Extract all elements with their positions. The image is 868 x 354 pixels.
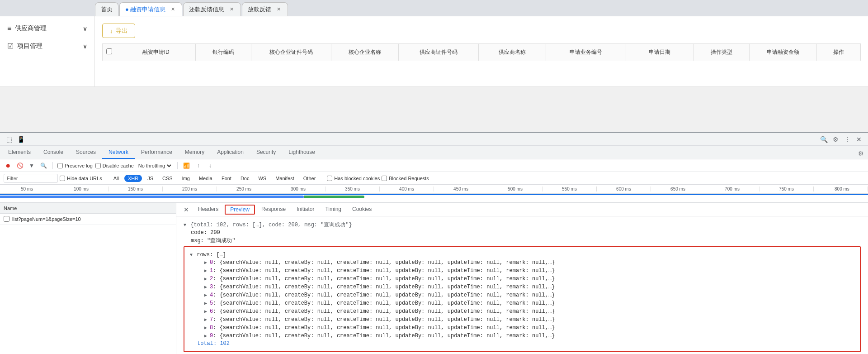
preserve-log-label[interactable]: Preserve log — [57, 163, 93, 168]
export-button[interactable]: ↓ 导出 — [102, 24, 135, 38]
filter-input[interactable] — [4, 174, 58, 183]
tl-400ms: 400 ms — [380, 187, 434, 191]
detail-tab-timing[interactable]: Timing — [320, 203, 347, 216]
detail-tab-initiator[interactable]: Initiator — [291, 203, 320, 216]
tab-payment[interactable]: 放款反馈 ✕ — [242, 2, 288, 16]
detail-close-btn[interactable]: ✕ — [180, 204, 193, 215]
devtools-tab-performance[interactable]: Performance — [135, 146, 179, 159]
json-item-5[interactable]: ▶ 5: {searchValue: null, createBy: null,… — [197, 300, 854, 307]
network-settings-icon[interactable]: ⚙ — [855, 148, 866, 159]
filter-font[interactable]: Font — [218, 175, 235, 182]
filter-manifest[interactable]: Manifest — [272, 175, 298, 182]
devtools-tab-security[interactable]: Security — [250, 146, 282, 159]
json-item-2[interactable]: ▶ 2: {searchValue: null, createBy: null,… — [197, 275, 854, 282]
toolbar-divider2 — [177, 162, 178, 169]
tab-financing-close[interactable]: ✕ — [169, 6, 176, 13]
tab-home[interactable]: 首页 — [95, 2, 118, 16]
col-op-type: 操作类型 — [693, 44, 749, 61]
detail-tab-response[interactable]: Response — [256, 203, 291, 216]
download-icon[interactable]: ↓ — [206, 161, 215, 170]
filter-xhr[interactable]: XHR — [124, 175, 142, 182]
devtools-settings-right: 🔍 ⚙ ⋮ ✕ — [818, 134, 864, 145]
requests-col-name: Name — [4, 206, 172, 211]
col-id: 融资申请ID — [116, 44, 196, 61]
devtools-settings-icon[interactable]: ⚙ — [830, 134, 841, 145]
json-item-1[interactable]: ▶ 1: {searchValue: null, createBy: null,… — [197, 267, 854, 274]
request-item[interactable]: list?pageNum=1&pageSize=10 — [0, 214, 176, 225]
json-preview: ▼ {total: 102, rows: […], code: 200, msg… — [176, 216, 868, 354]
col-action: 操作 — [817, 44, 860, 61]
sidebar-item-supplier[interactable]: ≡ 供应商管理 ∨ — [0, 20, 94, 37]
search-button[interactable]: 🔍 — [39, 161, 48, 170]
json-rows-header[interactable]: ▼ rows: […] — [190, 252, 854, 258]
upload-icon[interactable]: ↑ — [194, 161, 203, 170]
json-code-row[interactable]: code: 200 — [191, 230, 861, 236]
filter-ws[interactable]: WS — [255, 175, 270, 182]
filter-img[interactable]: Img — [178, 175, 193, 182]
filter-css[interactable]: CSS — [159, 175, 176, 182]
filter-all[interactable]: All — [110, 175, 123, 182]
timeline-blue-line — [0, 194, 868, 195]
detail-tab-headers[interactable]: Headers — [193, 203, 224, 216]
sidebar-supplier-icon: ≡ — [7, 24, 11, 33]
json-root-row[interactable]: ▼ {total: 102, rows: […], code: 200, msg… — [184, 221, 861, 229]
filter-icon[interactable]: ▼ — [27, 161, 36, 170]
request-checkbox[interactable] — [4, 216, 9, 222]
json-item-0[interactable]: ▶ 0: {searchValue: null, createBy: null,… — [197, 259, 854, 266]
blocked-cookies-checkbox[interactable] — [327, 176, 332, 181]
filter-doc[interactable]: Doc — [237, 175, 253, 182]
throttling-select[interactable]: No throttling — [137, 163, 173, 169]
devtools-tab-lighthouse[interactable]: Lighthouse — [282, 146, 321, 159]
devtools-tab-application[interactable]: Application — [211, 146, 250, 159]
blocked-cookies-label[interactable]: Has blocked cookies — [327, 176, 380, 181]
filter-other[interactable]: Other — [300, 175, 320, 182]
devtools-tab-elements[interactable]: Elements — [2, 146, 37, 159]
sidebar-item-project[interactable]: ☑ 项目管理 ∨ — [0, 37, 94, 55]
tab-payment-close[interactable]: ✕ — [275, 6, 282, 13]
blocked-requests-checkbox[interactable] — [382, 176, 387, 181]
detail-tab-cookies[interactable]: Cookies — [347, 203, 377, 216]
col-amount: 申请融资金额 — [750, 44, 817, 61]
hide-data-urls-checkbox[interactable] — [60, 176, 65, 181]
detail-tab-preview[interactable]: Preview — [225, 205, 255, 215]
json-rows-text: rows: […] — [197, 252, 226, 258]
filter-divider — [106, 175, 106, 182]
json-item-9[interactable]: ▶ 9: {searchValue: null, createBy: null,… — [197, 332, 854, 340]
devtools-mobile-icon[interactable]: 📱 — [15, 134, 26, 145]
tab-repayment-close[interactable]: ✕ — [228, 6, 235, 13]
record-button[interactable]: ⏺ — [4, 161, 13, 170]
table-select-all[interactable] — [106, 48, 112, 54]
json-item-3[interactable]: ▶ 3: {searchValue: null, createBy: null,… — [197, 283, 854, 291]
filter-media[interactable]: Media — [195, 175, 216, 182]
clear-button[interactable]: 🚫 — [15, 161, 24, 170]
devtools-tab-sources[interactable]: Sources — [70, 146, 102, 159]
devtools-panel: ⬚ 📱 🔍 ⚙ ⋮ ✕ Elements Console Sources Net… — [0, 132, 868, 354]
preserve-log-checkbox[interactable] — [57, 163, 63, 168]
tab-financing[interactable]: ● 融资申请信息 ✕ — [119, 2, 182, 16]
export-icon: ↓ — [110, 28, 113, 34]
devtools-close-icon[interactable]: ✕ — [854, 134, 864, 145]
timeline-progress-blue — [0, 196, 304, 198]
devtools-tab-network[interactable]: Network — [102, 146, 135, 159]
devtools-tab-console[interactable]: Console — [37, 146, 70, 159]
filter-js[interactable]: JS — [144, 175, 157, 182]
json-item-8[interactable]: ▶ 8: {searchValue: null, createBy: null,… — [197, 324, 854, 331]
hide-data-urls-label[interactable]: Hide data URLs — [60, 176, 102, 181]
filter-bar: Hide data URLs All XHR JS CSS Img Media … — [0, 172, 868, 185]
tab-repayment[interactable]: 还款反馈信息 ✕ — [183, 2, 241, 16]
devtools-inspect-icon[interactable]: ⬚ — [4, 134, 14, 145]
disable-cache-checkbox[interactable] — [95, 163, 101, 168]
json-item-7[interactable]: ▶ 7: {searchValue: null, createBy: null,… — [197, 316, 854, 323]
detail-panel: ✕ Headers Preview Response Initiator Tim… — [176, 203, 868, 354]
tl-350ms: 350 ms — [326, 187, 380, 191]
json-item-4[interactable]: ▶ 4: {searchValue: null, createBy: null,… — [197, 292, 854, 299]
json-msg-row[interactable]: msg: "查询成功" — [191, 237, 861, 244]
tl-200ms: 200 ms — [163, 187, 217, 191]
devtools-more-icon[interactable]: ⋮ — [842, 134, 853, 145]
devtools-tab-memory[interactable]: Memory — [179, 146, 211, 159]
table-header: 融资申请ID 银行编码 核心企业证件号码 核心企业名称 供应商证件号码 供应商名… — [102, 43, 861, 61]
disable-cache-label[interactable]: Disable cache — [95, 163, 134, 168]
devtools-search-icon[interactable]: 🔍 — [818, 134, 829, 145]
blocked-requests-label[interactable]: Blocked Requests — [382, 176, 429, 181]
json-item-6[interactable]: ▶ 6: {searchValue: null, createBy: null,… — [197, 308, 854, 315]
